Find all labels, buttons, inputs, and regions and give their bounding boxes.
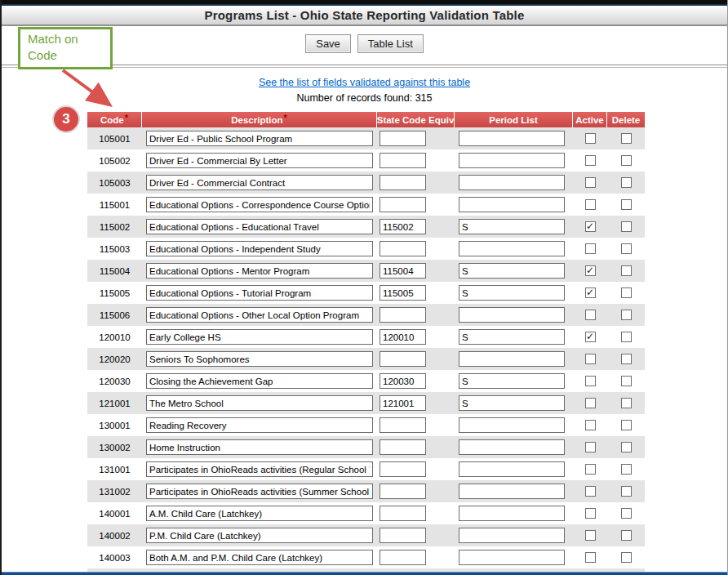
state-code-equiv-input[interactable]: [380, 329, 426, 345]
active-checkbox[interactable]: [585, 376, 596, 386]
table-list-button[interactable]: Table List: [357, 34, 424, 53]
active-checkbox[interactable]: ✓: [585, 288, 596, 298]
period-list-input[interactable]: [459, 506, 565, 521]
period-list-input[interactable]: [459, 484, 565, 499]
state-code-equiv-input[interactable]: [380, 439, 426, 455]
active-checkbox[interactable]: [585, 486, 596, 497]
delete-checkbox[interactable]: [621, 243, 632, 254]
delete-checkbox[interactable]: [621, 354, 632, 364]
period-list-input[interactable]: [459, 550, 565, 565]
state-code-equiv-input[interactable]: [380, 307, 426, 323]
active-checkbox[interactable]: [585, 133, 596, 144]
active-checkbox[interactable]: [585, 552, 596, 563]
period-list-input[interactable]: [459, 329, 565, 345]
period-list-input[interactable]: [459, 439, 565, 455]
description-input[interactable]: [146, 329, 373, 345]
delete-checkbox[interactable]: [621, 376, 632, 386]
period-list-input[interactable]: [459, 461, 565, 477]
period-list-input[interactable]: [459, 307, 565, 323]
description-input[interactable]: [146, 175, 373, 190]
state-code-equiv-input[interactable]: [380, 197, 426, 212]
description-input[interactable]: [146, 307, 373, 323]
delete-checkbox[interactable]: [621, 332, 632, 342]
state-code-equiv-input[interactable]: [380, 461, 426, 477]
delete-checkbox[interactable]: [621, 464, 632, 475]
description-input[interactable]: [146, 417, 373, 433]
period-list-input[interactable]: [459, 373, 565, 389]
state-code-equiv-input[interactable]: [380, 351, 426, 367]
description-input[interactable]: [146, 373, 373, 389]
delete-checkbox[interactable]: [621, 177, 632, 188]
description-input[interactable]: [146, 219, 373, 234]
description-input[interactable]: [146, 241, 373, 256]
validated-fields-link[interactable]: See the list of fields validated against…: [259, 77, 470, 88]
active-checkbox[interactable]: [585, 398, 596, 408]
period-list-input[interactable]: [459, 351, 565, 367]
delete-checkbox[interactable]: [621, 265, 632, 276]
delete-checkbox[interactable]: [621, 552, 632, 563]
delete-checkbox[interactable]: [621, 199, 632, 210]
description-input[interactable]: [146, 395, 373, 411]
active-checkbox[interactable]: [585, 199, 596, 210]
state-code-equiv-input[interactable]: [380, 175, 426, 190]
delete-checkbox[interactable]: [621, 442, 632, 452]
description-input[interactable]: [146, 439, 373, 455]
active-checkbox[interactable]: ✓: [585, 221, 596, 232]
state-code-equiv-input[interactable]: [380, 528, 426, 543]
delete-checkbox[interactable]: [621, 155, 632, 166]
delete-checkbox[interactable]: [621, 310, 632, 320]
delete-checkbox[interactable]: [621, 288, 632, 298]
delete-checkbox[interactable]: [621, 530, 632, 541]
period-list-input[interactable]: [459, 263, 565, 279]
period-list-input[interactable]: [459, 175, 565, 190]
period-list-input[interactable]: [459, 395, 565, 411]
state-code-equiv-input[interactable]: [380, 506, 426, 521]
active-checkbox[interactable]: ✓: [585, 332, 596, 342]
active-checkbox[interactable]: [585, 155, 596, 166]
period-list-input[interactable]: [459, 131, 565, 146]
period-list-input[interactable]: [459, 153, 565, 168]
active-checkbox[interactable]: [585, 464, 596, 475]
description-input[interactable]: [146, 197, 373, 212]
description-input[interactable]: [146, 461, 373, 477]
description-input[interactable]: [146, 153, 373, 168]
state-code-equiv-input[interactable]: [380, 241, 426, 256]
state-code-equiv-input[interactable]: [380, 153, 426, 168]
period-list-input[interactable]: [459, 197, 565, 212]
description-input[interactable]: [146, 285, 373, 301]
state-code-equiv-input[interactable]: [380, 484, 426, 499]
period-list-input[interactable]: [459, 285, 565, 301]
state-code-equiv-input[interactable]: [380, 219, 426, 234]
description-input[interactable]: [146, 131, 373, 146]
description-input[interactable]: [146, 351, 373, 367]
delete-checkbox[interactable]: [621, 508, 632, 519]
state-code-equiv-input[interactable]: [380, 550, 426, 565]
period-list-input[interactable]: [459, 528, 565, 543]
active-checkbox[interactable]: [585, 442, 596, 452]
description-input[interactable]: [146, 263, 373, 279]
period-list-input[interactable]: [459, 241, 565, 256]
period-list-input[interactable]: [459, 417, 565, 433]
active-checkbox[interactable]: [585, 530, 596, 541]
active-checkbox[interactable]: [585, 243, 596, 254]
description-input[interactable]: [146, 550, 373, 565]
active-checkbox[interactable]: [585, 177, 596, 188]
state-code-equiv-input[interactable]: [380, 131, 426, 146]
description-input[interactable]: [146, 528, 373, 543]
description-input[interactable]: [146, 506, 373, 521]
state-code-equiv-input[interactable]: [380, 373, 426, 389]
delete-checkbox[interactable]: [621, 133, 632, 144]
active-checkbox[interactable]: [585, 310, 596, 320]
period-list-input[interactable]: [459, 219, 565, 234]
delete-checkbox[interactable]: [621, 221, 632, 232]
active-checkbox[interactable]: [585, 508, 596, 519]
state-code-equiv-input[interactable]: [380, 285, 426, 301]
delete-checkbox[interactable]: [621, 486, 632, 497]
state-code-equiv-input[interactable]: [380, 417, 426, 433]
delete-checkbox[interactable]: [621, 420, 632, 430]
active-checkbox[interactable]: [585, 354, 596, 364]
active-checkbox[interactable]: [585, 420, 596, 430]
state-code-equiv-input[interactable]: [380, 263, 426, 279]
delete-checkbox[interactable]: [621, 398, 632, 408]
state-code-equiv-input[interactable]: [380, 395, 426, 411]
